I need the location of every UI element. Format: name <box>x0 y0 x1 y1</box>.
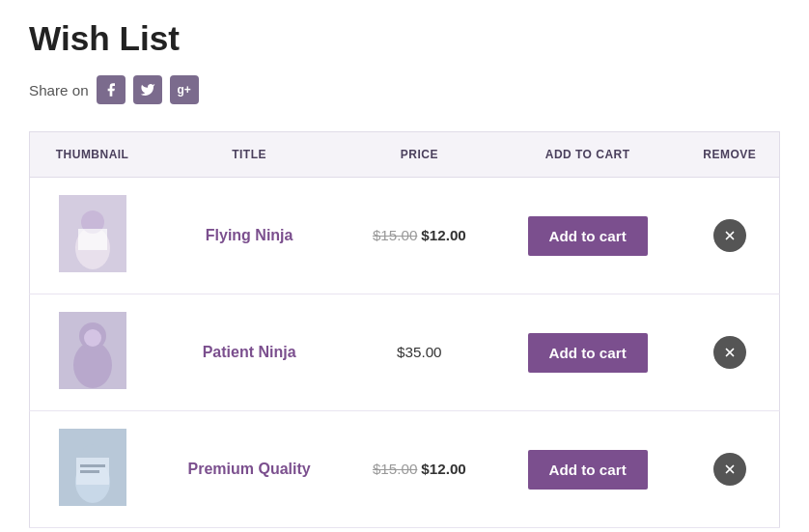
thumbnail-cell <box>30 411 155 528</box>
product-title[interactable]: Flying Ninja <box>206 227 293 243</box>
remove-button[interactable] <box>713 219 746 252</box>
google-plus-icon[interactable]: g+ <box>170 75 199 104</box>
price-cell: $15.00$12.00 <box>344 411 495 528</box>
product-title-cell: Patient Ninja <box>154 294 344 411</box>
table-row: Flying Ninja$15.00$12.00Add to cart <box>30 178 780 294</box>
col-price: PRICE <box>344 132 495 178</box>
wish-list-table: THUMBNAIL TITLE PRICE ADD TO CART REMOVE… <box>29 131 780 528</box>
original-price: $15.00 <box>373 227 417 243</box>
svg-rect-17 <box>80 470 99 473</box>
table-row: Premium Quality$15.00$12.00Add to cart <box>30 411 780 528</box>
product-thumbnail <box>59 429 126 506</box>
sale-price: $12.00 <box>421 227 465 243</box>
remove-button[interactable] <box>713 336 746 369</box>
share-label: Share on <box>29 82 89 98</box>
col-title: TITLE <box>154 132 344 178</box>
add-to-cart-button[interactable]: Add to cart <box>528 333 648 373</box>
twitter-icon[interactable] <box>133 75 162 104</box>
svg-point-9 <box>84 329 101 347</box>
facebook-icon[interactable] <box>97 75 126 104</box>
product-title-cell: Premium Quality <box>154 411 344 528</box>
add-to-cart-button[interactable]: Add to cart <box>528 450 648 490</box>
original-price: $15.00 <box>373 461 417 477</box>
svg-rect-3 <box>78 229 107 250</box>
col-remove: REMOVE <box>681 132 780 178</box>
product-thumbnail <box>59 312 126 389</box>
product-title[interactable]: Premium Quality <box>188 461 311 477</box>
table-header-row: THUMBNAIL TITLE PRICE ADD TO CART REMOVE <box>30 132 780 178</box>
add-to-cart-cell: Add to cart <box>495 178 681 294</box>
product-title-cell: Flying Ninja <box>154 178 344 294</box>
add-to-cart-cell: Add to cart <box>495 411 681 528</box>
svg-rect-16 <box>80 464 105 467</box>
regular-price: $35.00 <box>397 344 441 360</box>
remove-cell <box>681 411 780 528</box>
table-row: Patient Ninja$35.00Add to cart <box>30 294 780 411</box>
col-thumbnail: THUMBNAIL <box>30 132 155 178</box>
product-thumbnail <box>59 195 126 272</box>
remove-button[interactable] <box>713 453 746 486</box>
remove-cell <box>681 294 780 411</box>
share-row: Share on g+ <box>29 75 780 104</box>
price-cell: $35.00 <box>344 294 495 411</box>
page-title: Wish List <box>29 19 780 58</box>
add-to-cart-cell: Add to cart <box>495 294 681 411</box>
remove-cell <box>681 178 780 294</box>
price-cell: $15.00$12.00 <box>344 178 495 294</box>
product-title[interactable]: Patient Ninja <box>203 344 296 360</box>
sale-price: $12.00 <box>421 461 465 477</box>
thumbnail-cell <box>30 178 155 294</box>
thumbnail-cell <box>30 294 155 411</box>
add-to-cart-button[interactable]: Add to cart <box>528 216 648 256</box>
col-add-to-cart: ADD TO CART <box>495 132 681 178</box>
